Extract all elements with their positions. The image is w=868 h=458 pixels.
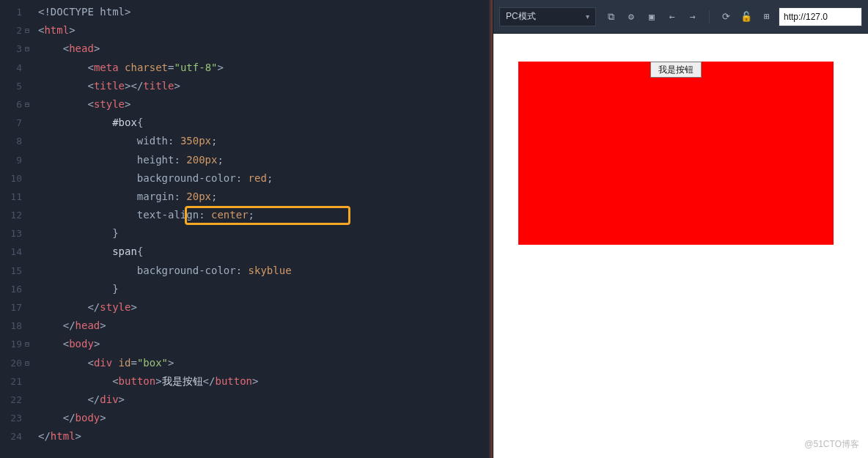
code-text: >: [130, 301, 136, 313]
grid-icon[interactable]: ⊞: [761, 11, 773, 23]
code-text: </: [87, 394, 100, 405]
code-text: title: [94, 80, 125, 92]
code-text: body: [69, 338, 94, 350]
code-text: html: [44, 24, 69, 36]
line-number: 6⊟: [0, 95, 22, 114]
code-text: >: [100, 320, 106, 331]
code-text: "box": [137, 357, 168, 369]
device-mode-select[interactable]: PC模式 ▾: [499, 7, 596, 26]
code-text: </: [203, 375, 216, 387]
code-text: :: [199, 209, 211, 221]
code-text: head: [76, 320, 100, 331]
rendered-button[interactable]: 我是按钮: [650, 62, 702, 78]
code-text: ;: [211, 191, 217, 202]
code-text: >: [100, 412, 106, 424]
line-number: 18: [0, 317, 22, 335]
code-text: title: [143, 80, 174, 92]
toolbar-separator: [709, 10, 710, 23]
line-number: 15: [0, 262, 22, 280]
line-number: 20⊟: [0, 354, 22, 372]
red-box: 我是按钮: [518, 62, 834, 245]
code-text: style: [94, 98, 125, 110]
code-text: button: [119, 375, 156, 387]
code-text: 20px: [186, 191, 211, 202]
popup-icon[interactable]: ⧉: [605, 11, 617, 23]
preview-viewport: 我是按钮 @51CTO博客: [493, 34, 868, 458]
line-number: 9: [0, 151, 22, 169]
line-number-gutter: 12⊟3⊟456⊟78910111213141516171819⊟20⊟2122…: [0, 0, 28, 458]
code-text: }: [112, 283, 118, 295]
code-text: style: [100, 301, 130, 313]
line-number: 23: [0, 409, 22, 427]
code-text: :: [236, 172, 249, 184]
line-number: 1: [0, 3, 22, 21]
code-text: html: [51, 430, 76, 442]
code-text: >: [168, 357, 174, 369]
code-text: }: [112, 227, 118, 239]
code-text: <: [87, 98, 93, 110]
code-text: span: [112, 245, 137, 257]
line-number: 19⊟: [0, 335, 22, 353]
code-text: </: [38, 430, 51, 442]
code-text: {: [137, 245, 143, 257]
code-text: >: [94, 43, 100, 54]
code-text: div: [94, 357, 112, 369]
line-number: 3⊟: [0, 40, 22, 58]
code-text: id: [119, 357, 131, 369]
code-text: <: [112, 375, 118, 387]
code-text: background-color: [137, 265, 236, 276]
code-text: >: [119, 394, 125, 405]
code-text: >: [94, 338, 100, 350]
code-text: =: [130, 357, 136, 369]
code-text: height: [137, 154, 174, 166]
code-text: ></: [125, 80, 143, 92]
line-number: 21: [0, 372, 22, 391]
toolbar-icon-group: ⧉ ⚙ ▣ ← → ⟳ 🔓 ⊞: [605, 10, 773, 23]
line-number: 22: [0, 391, 22, 409]
code-text: red: [249, 172, 267, 184]
device-mode-label: PC模式: [506, 10, 536, 23]
code-text: {: [137, 117, 143, 128]
back-icon[interactable]: ←: [666, 11, 678, 23]
code-text: meta: [94, 62, 119, 73]
editor-scrollbar-hint: [488, 0, 493, 458]
code-text: #box: [112, 117, 137, 128]
url-input[interactable]: http://127.0: [779, 7, 862, 26]
code-text: <: [87, 357, 93, 369]
code-text: ;: [217, 154, 223, 166]
code-text: <: [63, 338, 69, 350]
line-number: 11: [0, 188, 22, 206]
code-text: div: [100, 394, 118, 405]
code-text: <: [87, 80, 93, 92]
refresh-icon[interactable]: ⟳: [720, 11, 732, 23]
code-text: charset: [125, 62, 168, 73]
code-text: >: [69, 24, 75, 36]
screenshot-icon[interactable]: ▣: [646, 11, 658, 23]
code-text: >: [218, 62, 224, 73]
code-text: :: [174, 154, 186, 166]
code-text: width: [137, 135, 168, 147]
line-number: 8: [0, 132, 22, 150]
code-text: head: [69, 43, 94, 54]
code-text: :: [168, 135, 180, 147]
line-number: 16: [0, 280, 22, 298]
code-text: "utf-8": [174, 62, 217, 73]
line-number: 17: [0, 298, 22, 317]
lock-icon[interactable]: 🔓: [740, 11, 752, 23]
code-text: skyblue: [249, 265, 292, 276]
forward-icon[interactable]: →: [687, 11, 699, 23]
gear-icon[interactable]: ⚙: [625, 11, 637, 23]
code-text: 350px: [180, 135, 211, 147]
code-text: :: [236, 265, 249, 276]
line-number: 12: [0, 206, 22, 224]
code-text: body: [76, 412, 100, 424]
code-text: ;: [267, 172, 273, 184]
line-number: 2⊟: [0, 21, 22, 40]
code-text: margin: [137, 191, 174, 202]
code-text: ;: [249, 209, 254, 221]
code-text: </: [87, 301, 100, 313]
line-number: 4: [0, 59, 22, 77]
code-text: 200px: [186, 154, 217, 166]
preview-toolbar: PC模式 ▾ ⧉ ⚙ ▣ ← → ⟳ 🔓 ⊞ http://127.0: [493, 0, 868, 34]
code-area[interactable]: <!DOCTYPE html> <html> <head> <meta char…: [28, 0, 493, 458]
